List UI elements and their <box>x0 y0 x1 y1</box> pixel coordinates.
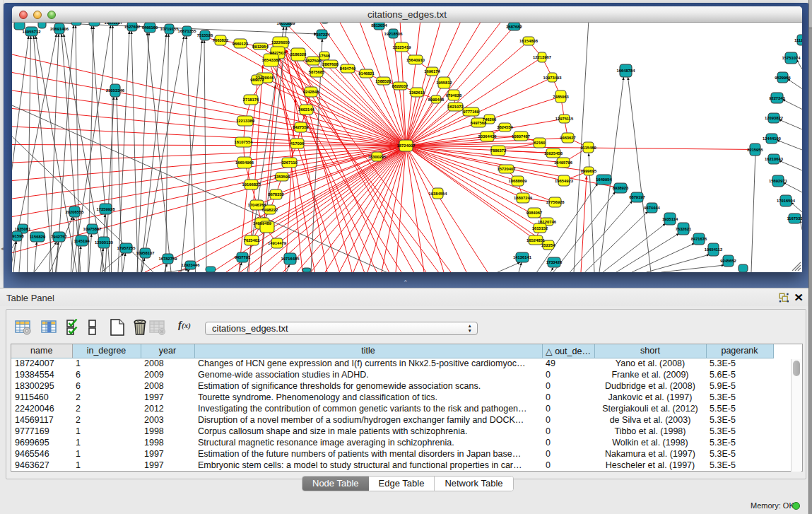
svg-text:14055712: 14055712 <box>23 30 41 34</box>
svg-text:17016504: 17016504 <box>777 199 796 203</box>
svg-text:12923446: 12923446 <box>182 263 201 267</box>
svg-text:18807249: 18807249 <box>514 196 533 200</box>
svg-text:16524851: 16524851 <box>526 238 546 243</box>
svg-text:16654966: 16654966 <box>235 160 254 165</box>
svg-text:19166827: 19166827 <box>242 182 261 187</box>
svg-text:391590: 391590 <box>12 234 24 238</box>
svg-text:8454749: 8454749 <box>340 66 356 71</box>
svg-text:12213967: 12213967 <box>533 55 551 59</box>
svg-text:16154808: 16154808 <box>519 39 539 43</box>
svg-text:9474444: 9474444 <box>644 206 660 210</box>
svg-text:7942757: 7942757 <box>51 235 67 239</box>
svg-text:16648784: 16648784 <box>617 69 636 73</box>
svg-text:1167533: 1167533 <box>787 216 802 221</box>
svg-text:1362615: 1362615 <box>409 90 425 95</box>
svg-text:6466160: 6466160 <box>142 25 158 30</box>
svg-text:17756928: 17756928 <box>546 200 565 204</box>
svg-text:9827503: 9827503 <box>270 51 286 55</box>
svg-text:1640954: 1640954 <box>596 177 612 182</box>
svg-text:12505135: 12505135 <box>95 240 114 245</box>
svg-text:9115460: 9115460 <box>580 146 596 150</box>
svg-text:16120746: 16120746 <box>538 220 557 224</box>
svg-text:2867608: 2867608 <box>322 62 339 66</box>
svg-text:15720407: 15720407 <box>498 167 516 171</box>
svg-text:19384554: 19384554 <box>429 192 448 196</box>
svg-text:17046766: 17046766 <box>248 203 267 207</box>
svg-text:9242848: 9242848 <box>303 90 319 94</box>
svg-text:16543382: 16543382 <box>262 58 281 62</box>
svg-text:1935114: 1935114 <box>662 217 678 221</box>
svg-text:12213389: 12213389 <box>236 119 255 123</box>
svg-text:2603144: 2603144 <box>298 107 314 112</box>
svg-text:8813054: 8813054 <box>371 23 387 28</box>
svg-text:20206555: 20206555 <box>66 210 85 214</box>
svg-text:13325419: 13325419 <box>393 45 412 49</box>
svg-text:417006: 417006 <box>290 141 305 146</box>
svg-text:2687682: 2687682 <box>506 25 522 29</box>
svg-text:15692971: 15692971 <box>769 179 788 183</box>
svg-text:9529966: 9529966 <box>775 76 791 80</box>
svg-text:10719155: 10719155 <box>160 27 180 31</box>
svg-text:8912954: 8912954 <box>252 45 269 49</box>
svg-text:8186328: 8186328 <box>290 52 307 57</box>
svg-text:1935061: 1935061 <box>15 227 31 231</box>
svg-text:16053809: 16053809 <box>277 23 296 25</box>
svg-text:10654112: 10654112 <box>705 247 722 252</box>
svg-text:17546: 17546 <box>319 54 331 58</box>
svg-text:7886372: 7886372 <box>490 148 507 153</box>
svg-text:9227343: 9227343 <box>769 96 785 100</box>
svg-text:9660123: 9660123 <box>233 42 249 46</box>
svg-text:19716485: 19716485 <box>281 257 300 261</box>
svg-text:16782759: 16782759 <box>159 257 178 261</box>
svg-text:9457791: 9457791 <box>235 255 251 259</box>
svg-text:13226055: 13226055 <box>271 40 290 45</box>
svg-text:6498222: 6498222 <box>262 208 278 212</box>
svg-text:25053346: 25053346 <box>106 88 125 93</box>
svg-text:12444195: 12444195 <box>763 136 782 141</box>
svg-text:14099489: 14099489 <box>253 221 272 226</box>
svg-text:0999695: 0999695 <box>581 169 597 173</box>
svg-text:3824554: 3824554 <box>497 125 513 129</box>
svg-text:1621072: 1621072 <box>447 105 464 109</box>
svg-text:8215955: 8215955 <box>747 148 763 152</box>
svg-text:2718176: 2718176 <box>243 98 259 102</box>
svg-text:1955812: 1955812 <box>436 81 452 85</box>
svg-text:18300295: 18300295 <box>368 155 387 159</box>
svg-text:14914479: 14914479 <box>268 241 287 245</box>
svg-text:1353594: 1353594 <box>274 175 290 179</box>
svg-text:10688609: 10688609 <box>509 179 528 183</box>
svg-text:8427552: 8427552 <box>293 125 309 129</box>
svg-text:7663822: 7663822 <box>213 38 229 42</box>
svg-text:10975887: 10975887 <box>83 227 102 231</box>
svg-text:1588520: 1588520 <box>375 79 392 83</box>
svg-text:16210643: 16210643 <box>765 157 784 161</box>
svg-text:20364436: 20364436 <box>478 134 498 139</box>
svg-text:15751074: 15751074 <box>782 56 801 60</box>
svg-text:1615152: 1615152 <box>532 226 548 230</box>
svg-text:6497568: 6497568 <box>471 121 487 125</box>
svg-text:8822037: 8822037 <box>392 84 408 88</box>
svg-text:8990448: 8990448 <box>428 98 445 102</box>
svg-text:16107554: 16107554 <box>235 140 254 144</box>
svg-text:7485063: 7485063 <box>553 95 569 99</box>
svg-text:1156829: 1156829 <box>30 235 46 239</box>
svg-text:8471676: 8471676 <box>691 237 707 241</box>
svg-text:8938923: 8938923 <box>613 186 629 190</box>
svg-text:10958107: 10958107 <box>136 251 155 255</box>
svg-text:12093822: 12093822 <box>765 116 783 120</box>
svg-text:9146821: 9146821 <box>358 71 375 76</box>
svg-text:1112744: 1112744 <box>794 38 802 42</box>
svg-text:20691406: 20691406 <box>50 27 69 31</box>
svg-text:1527602: 1527602 <box>124 25 141 29</box>
svg-text:989072: 989072 <box>250 78 264 82</box>
svg-text:6879197: 6879197 <box>629 195 645 199</box>
svg-text:7357224: 7357224 <box>314 33 330 37</box>
svg-text:16671355: 16671355 <box>178 29 197 33</box>
svg-text:10973493: 10973493 <box>543 76 563 80</box>
svg-text:15640910: 15640910 <box>406 58 425 62</box>
svg-text:19654923: 19654923 <box>555 179 574 183</box>
svg-text:18724007: 18724007 <box>397 144 416 148</box>
svg-text:3267110: 3267110 <box>281 160 297 165</box>
svg-text:1145194: 1145194 <box>73 239 90 243</box>
svg-text:9777169: 9777169 <box>463 110 479 114</box>
